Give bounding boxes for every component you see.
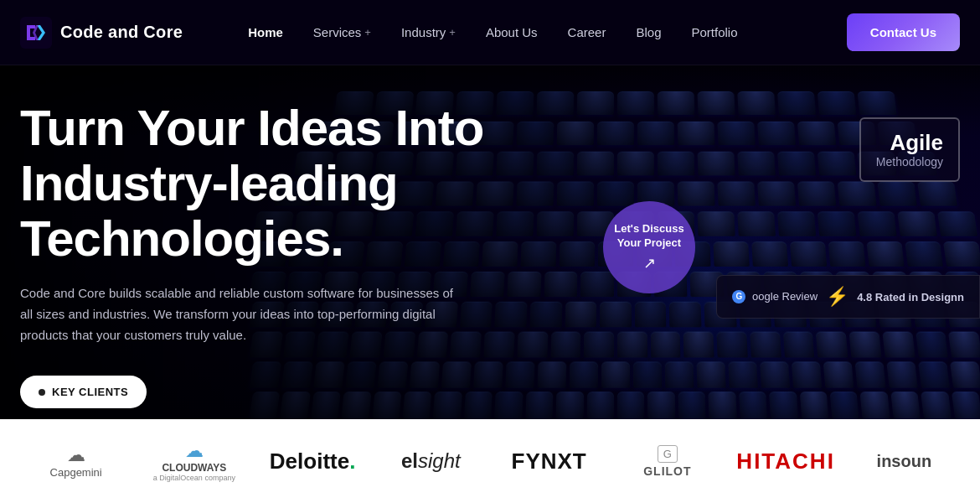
client-glilot: G GLILOT <box>608 445 726 478</box>
agile-title: Agile <box>876 131 943 155</box>
review-rating: 4.8 Rated in Designn <box>857 291 964 303</box>
nav-services[interactable]: Services + <box>298 0 386 65</box>
nav-industry[interactable]: Industry + <box>386 0 471 65</box>
review-source: G oogle Review <box>732 290 818 304</box>
cta-text: Let's Discuss Your Project <box>614 222 683 251</box>
nav-home[interactable]: Home <box>233 0 298 65</box>
client-cloudways: ☁ CLOUDWAYS a DigitalOcean company <box>135 440 253 482</box>
nav-portfolio[interactable]: Portfolio <box>677 0 753 65</box>
agile-badge: Agile Methodology <box>859 117 960 182</box>
clients-bar: ☁ Capgemini ☁ CLOUDWAYS a DigitalOcean c… <box>0 419 980 503</box>
hero-description: Code and Core builds scalable and reliab… <box>20 283 456 345</box>
nav-about[interactable]: About Us <box>471 0 553 65</box>
cloudways-icon: ☁ <box>185 440 204 462</box>
brand-name: Code and Core <box>60 23 183 42</box>
nav-career[interactable]: Career <box>553 0 622 65</box>
hero-title: Turn Your Ideas Into Industry-leading Te… <box>20 101 489 267</box>
client-deloitte: Deloitte. <box>254 449 372 474</box>
nav-links: Home Services + Industry + About Us Care… <box>233 0 847 65</box>
page-wrapper: Code and Core Home Services + Industry +… <box>0 0 980 503</box>
client-elsight: elsight <box>372 449 490 473</box>
star-icon: ⚡ <box>826 286 848 308</box>
discuss-cta-button[interactable]: Let's Discuss Your Project ↗ <box>603 201 695 293</box>
logo-icon <box>20 17 52 49</box>
svg-rect-0 <box>20 17 52 49</box>
navbar: Code and Core Home Services + Industry +… <box>0 0 980 65</box>
client-hitachi: HITACHI <box>727 449 845 474</box>
client-capgemini: ☁ Capgemini <box>17 444 135 479</box>
arrow-icon: ↗ <box>643 254 656 272</box>
agile-subtitle: Methodology <box>876 155 943 169</box>
logo[interactable]: Code and Core <box>20 17 183 49</box>
client-insoun: insoun <box>845 452 963 471</box>
review-bar: G oogle Review ⚡ 4.8 Rated in Designn <box>716 275 980 319</box>
industry-plus-icon: + <box>449 26 456 39</box>
nav-blog[interactable]: Blog <box>621 0 676 65</box>
contact-button[interactable]: Contact Us <box>847 13 960 51</box>
dot-icon <box>39 389 45 396</box>
key-clients-button[interactable]: KEY CLIENTS <box>20 376 147 408</box>
capgemini-icon: ☁ <box>67 444 85 466</box>
hero-content: Turn Your Ideas Into Industry-leading Te… <box>20 101 489 408</box>
services-plus-icon: + <box>364 26 371 39</box>
client-fynxt: FYNXT <box>490 449 608 474</box>
